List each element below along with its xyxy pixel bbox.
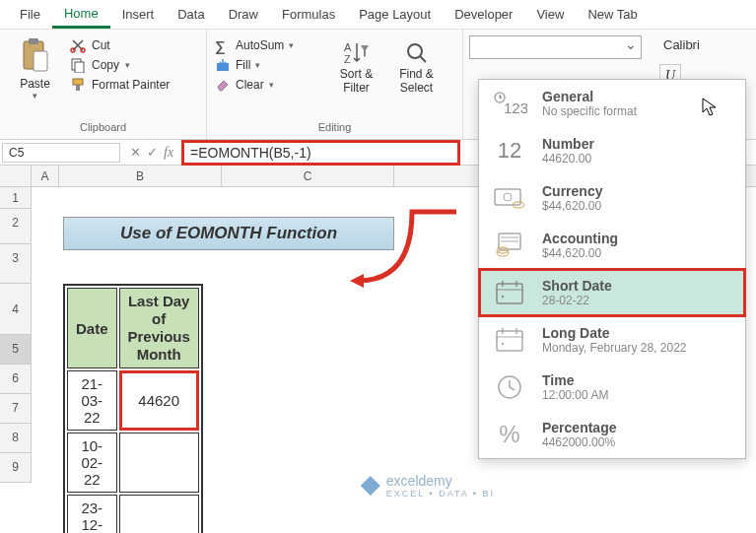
format-option-percentage[interactable]: % Percentage4462000.00% bbox=[479, 411, 745, 458]
row-header-1[interactable]: 1 bbox=[0, 187, 32, 209]
clipboard-group-label: Clipboard bbox=[8, 121, 198, 135]
chevron-down-icon: ▾ bbox=[289, 40, 294, 50]
fill-label: Fill bbox=[236, 58, 250, 72]
calendar-icon bbox=[491, 277, 528, 308]
paste-icon bbox=[20, 37, 51, 75]
col-header-b[interactable]: B bbox=[59, 166, 222, 186]
cell-c7[interactable] bbox=[119, 495, 199, 533]
row-header-4[interactable]: 4 bbox=[0, 284, 32, 335]
svg-point-16 bbox=[504, 193, 512, 201]
scissors-icon bbox=[70, 37, 86, 53]
chevron-down-icon: ▾ bbox=[33, 91, 37, 100]
cell-b7[interactable]: 23-12-21 bbox=[67, 495, 117, 533]
accounting-icon bbox=[491, 230, 528, 261]
svg-text:A: A bbox=[344, 41, 352, 53]
menu-draw[interactable]: Draw bbox=[217, 2, 270, 27]
cell-c6[interactable] bbox=[119, 433, 199, 493]
row-header-8[interactable]: 8 bbox=[0, 424, 32, 453]
watermark-tag: EXCEL • DATA • BI bbox=[386, 489, 495, 499]
font-name-dropdown[interactable]: Calibri bbox=[659, 35, 704, 54]
format-option-currency[interactable]: Currency$44,620.00 bbox=[479, 174, 745, 222]
opt-sub: $44,620.00 bbox=[542, 199, 602, 213]
menu-developer[interactable]: Developer bbox=[443, 2, 524, 27]
svg-rect-6 bbox=[75, 62, 84, 73]
menu-formulas[interactable]: Formulas bbox=[270, 2, 347, 27]
fill-button[interactable]: Fill ▾ bbox=[215, 57, 323, 73]
cell-c5[interactable]: 44620 bbox=[119, 370, 199, 431]
find-select-button[interactable]: Find & Select bbox=[389, 37, 444, 121]
autosum-button[interactable]: ∑ AutoSum ▾ bbox=[215, 37, 323, 53]
formula-bar-buttons: ✕ ✓ fx bbox=[122, 145, 181, 161]
autosum-label: AutoSum bbox=[236, 38, 284, 52]
find-select-label: Find & Select bbox=[399, 67, 434, 95]
table-header-lastday[interactable]: Last Day of Previous Month bbox=[119, 288, 199, 368]
opt-sub: 4462000.00% bbox=[542, 435, 616, 449]
svg-rect-8 bbox=[76, 85, 80, 91]
menu-page-layout[interactable]: Page Layout bbox=[347, 2, 443, 27]
name-box[interactable]: C5 bbox=[2, 143, 120, 163]
row-header-5[interactable]: 5 bbox=[0, 335, 32, 365]
data-table: Date Last Day of Previous Month 21-03-22… bbox=[63, 284, 203, 533]
number-format-panel: 123 GeneralNo specific format 12 Number4… bbox=[478, 79, 746, 459]
menu-bar: File Home Insert Data Draw Formulas Page… bbox=[0, 0, 756, 30]
fx-icon[interactable]: fx bbox=[164, 145, 173, 161]
chevron-down-icon: ▾ bbox=[269, 80, 274, 90]
opt-title: Short Date bbox=[542, 278, 612, 294]
sort-filter-button[interactable]: AZ Sort & Filter bbox=[329, 37, 383, 121]
calendar-icon bbox=[491, 324, 528, 356]
editing-group: ∑ AutoSum ▾ Fill ▾ Clear ▾ AZ Sort & Fil… bbox=[207, 30, 463, 139]
cancel-icon[interactable]: ✕ bbox=[130, 145, 141, 160]
select-all-corner[interactable] bbox=[0, 166, 32, 186]
opt-sub: No specific format bbox=[542, 104, 637, 118]
svg-point-27 bbox=[502, 296, 504, 298]
row-header-7[interactable]: 7 bbox=[0, 394, 32, 424]
col-header-c[interactable]: C bbox=[222, 166, 394, 186]
opt-title: Time bbox=[542, 372, 608, 388]
menu-file[interactable]: File bbox=[8, 2, 52, 27]
chevron-down-icon: ▾ bbox=[255, 60, 260, 70]
paste-button[interactable]: Paste ▾ bbox=[8, 33, 62, 121]
format-painter-button[interactable]: Format Painter bbox=[70, 77, 170, 93]
enter-icon[interactable]: ✓ bbox=[147, 145, 158, 160]
menu-insert[interactable]: Insert bbox=[110, 2, 167, 27]
format-option-short-date[interactable]: Short Date28-02-22 bbox=[479, 269, 745, 316]
copy-button[interactable]: Copy ▾ bbox=[70, 57, 170, 73]
row-header-3[interactable]: 3 bbox=[0, 244, 32, 284]
clear-label: Clear bbox=[236, 78, 264, 92]
format-option-accounting[interactable]: Accounting$44,620.00 bbox=[479, 222, 745, 269]
formula-input[interactable]: =EOMONTH(B5,-1) bbox=[181, 140, 460, 166]
cell-b5[interactable]: 21-03-22 bbox=[67, 370, 117, 431]
table-header-date[interactable]: Date bbox=[67, 288, 117, 368]
clear-button[interactable]: Clear ▾ bbox=[215, 77, 323, 93]
cell-b6[interactable]: 10-02-22 bbox=[67, 433, 117, 493]
opt-sub: 12:00:00 AM bbox=[542, 388, 608, 402]
menu-home[interactable]: Home bbox=[52, 1, 110, 29]
row-header-9[interactable]: 9 bbox=[0, 453, 32, 483]
menu-new-tab[interactable]: New Tab bbox=[576, 2, 649, 27]
svg-text:123: 123 bbox=[504, 100, 527, 116]
cut-button[interactable]: Cut bbox=[70, 37, 170, 53]
col-header-a[interactable]: A bbox=[32, 166, 59, 186]
format-option-number[interactable]: 12 Number44620.00 bbox=[479, 127, 745, 174]
editing-group-label: Editing bbox=[215, 121, 454, 135]
menu-data[interactable]: Data bbox=[166, 2, 216, 27]
copy-label: Copy bbox=[92, 58, 119, 72]
general-icon: 123 bbox=[491, 88, 528, 119]
row-header-6[interactable]: 6 bbox=[0, 365, 32, 394]
svg-rect-2 bbox=[34, 51, 47, 71]
paintbrush-icon bbox=[70, 77, 86, 93]
opt-title: General bbox=[542, 89, 637, 104]
svg-rect-28 bbox=[497, 331, 522, 351]
number-format-dropdown[interactable] bbox=[469, 35, 642, 59]
menu-view[interactable]: View bbox=[524, 2, 576, 27]
cursor-icon bbox=[702, 98, 718, 117]
opt-sub: $44,620.00 bbox=[542, 246, 618, 260]
opt-title: Currency bbox=[542, 183, 602, 199]
format-option-long-date[interactable]: Long DateMonday, February 28, 2022 bbox=[479, 316, 745, 364]
opt-title: Accounting bbox=[542, 231, 618, 246]
number-icon: 12 bbox=[491, 135, 528, 167]
format-option-time[interactable]: Time12:00:00 AM bbox=[479, 364, 745, 411]
title-banner: Use of EOMONTH Function bbox=[63, 217, 394, 250]
row-header-2[interactable]: 2 bbox=[0, 209, 32, 244]
opt-sub: 44620.00 bbox=[542, 152, 594, 166]
